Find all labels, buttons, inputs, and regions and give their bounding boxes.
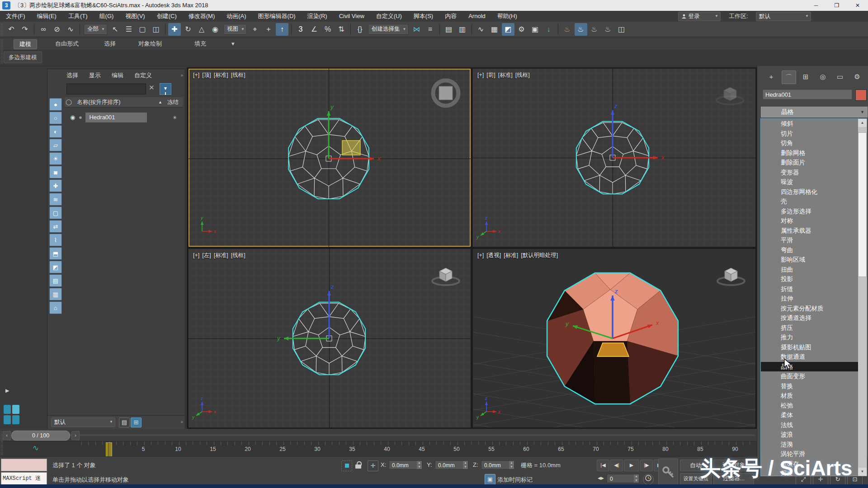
- viewport-label-token[interactable]: [默认明暗处理]: [521, 252, 558, 258]
- modifier-item[interactable]: 推力: [761, 333, 867, 343]
- viewport-label-token[interactable]: [标准]: [504, 252, 518, 258]
- track-bar-frame-marker[interactable]: [106, 442, 112, 457]
- goto-start-button[interactable]: |◀: [597, 460, 609, 471]
- spinner-snap-icon[interactable]: ⇅: [335, 23, 348, 36]
- select-link-icon[interactable]: ∞: [37, 23, 50, 36]
- modifier-item[interactable]: 删除网格: [761, 148, 867, 158]
- viewport-label-token[interactable]: [+]: [477, 72, 484, 78]
- play-button[interactable]: ▶: [624, 460, 639, 471]
- modifier-item[interactable]: 挤压: [761, 323, 867, 333]
- modifier-item[interactable]: 噪波: [761, 177, 867, 187]
- display-cameras-icon[interactable]: ◙: [49, 166, 62, 178]
- menu-item[interactable]: 渲染(R): [302, 11, 333, 22]
- keyboard-override-icon[interactable]: ↑: [276, 23, 288, 36]
- add-time-tag[interactable]: 添加时间标记: [497, 476, 533, 484]
- ref-coord-dropdown[interactable]: 视图▼: [223, 24, 247, 35]
- edit-selection-set-icon[interactable]: {}: [354, 23, 366, 36]
- undo-icon[interactable]: ↶: [5, 23, 18, 36]
- ribbon-tab-自由形式[interactable]: 自由形式: [50, 39, 84, 48]
- display-geometry-icon[interactable]: ◐: [49, 125, 62, 138]
- isolate-selection-icon[interactable]: [341, 460, 352, 471]
- render-setup-icon[interactable]: ⚙: [515, 23, 528, 36]
- viewport-label-token[interactable]: [线框]: [515, 72, 530, 78]
- scale-icon[interactable]: △: [195, 23, 208, 36]
- modifier-item[interactable]: 数据通道: [761, 352, 867, 362]
- placement-icon[interactable]: ◉: [209, 23, 222, 36]
- freeze-column-header[interactable]: 冻结: [167, 97, 179, 107]
- display-bones-icon[interactable]: ⌇: [49, 234, 62, 246]
- select-by-name-icon[interactable]: ☰: [123, 23, 135, 36]
- next-frame-arrow[interactable]: ›: [71, 431, 80, 440]
- modifier-item[interactable]: 曲面变形: [761, 371, 867, 381]
- layer-manager-icon[interactable]: ▤: [443, 23, 455, 36]
- motion-tab[interactable]: ◎: [816, 70, 830, 83]
- prev-frame-button[interactable]: ◀|: [610, 460, 623, 471]
- mirror-icon[interactable]: ⋈: [410, 23, 423, 36]
- percent-snap-icon[interactable]: %: [321, 23, 334, 36]
- select-object-icon[interactable]: ↖: [109, 23, 122, 36]
- modifier-item[interactable]: 替换: [761, 381, 867, 391]
- menu-item[interactable]: 视图(V): [119, 11, 151, 22]
- mini-curve-editor-icon[interactable]: ∿: [33, 443, 39, 453]
- window-crossing-icon[interactable]: ◫: [150, 23, 162, 36]
- x-coordinate-field[interactable]: 0.0mm▲▼: [389, 460, 422, 469]
- modifier-item[interactable]: 影响区域: [761, 255, 867, 265]
- display-containers-icon[interactable]: ⬒: [49, 247, 62, 260]
- display-page2-icon[interactable]: ▥: [49, 288, 62, 300]
- modifier-item[interactable]: 涟漪: [761, 440, 867, 450]
- angle-snap-icon[interactable]: ∠: [308, 23, 321, 36]
- activeshade-icon[interactable]: ♨: [588, 23, 601, 36]
- maximize-button[interactable]: ❐: [826, 0, 847, 11]
- render-production-icon[interactable]: ♨: [561, 23, 574, 36]
- utilities-tab[interactable]: ⚙: [850, 70, 864, 83]
- display-materials-icon[interactable]: ◩: [49, 261, 62, 273]
- viewport-label-token[interactable]: [透视]: [486, 252, 501, 258]
- viewport-layout-tabs-icon[interactable]: [4, 405, 19, 424]
- viewport-label-token[interactable]: [+]: [193, 72, 199, 78]
- scroll-up-icon[interactable]: ▲: [858, 119, 867, 127]
- menu-item[interactable]: 创建(C): [151, 11, 183, 22]
- explorer-menu-自定义[interactable]: 自定义: [129, 69, 157, 82]
- modifier-item[interactable]: 变形器: [761, 168, 867, 178]
- display-helpers-icon[interactable]: ✚: [49, 179, 62, 192]
- next-frame-button[interactable]: |▶: [640, 460, 653, 471]
- track-bar-ruler[interactable]: 051015202530354045505560657075808590: [81, 441, 758, 457]
- viewport-front[interactable]: [+][前][标准][线框] zxxzy: [473, 69, 755, 247]
- dropdown-scrollbar[interactable]: ▲ ▼: [858, 119, 867, 476]
- modifier-list-combo[interactable]: 晶格▼: [761, 107, 868, 117]
- menu-item[interactable]: 工具(T): [62, 11, 94, 22]
- macro-recorder-box[interactable]: [1, 459, 47, 471]
- time-tag-cube-icon[interactable]: ▣: [485, 474, 495, 485]
- viewport-left[interactable]: [+][左][标准][线框] zyxzy: [189, 249, 471, 427]
- explorer-column-header[interactable]: ◯ 名称(按升序排序) ▲ 冻结: [65, 97, 183, 108]
- manipulate-icon[interactable]: +: [262, 23, 275, 36]
- rotate-icon[interactable]: ↻: [182, 23, 194, 36]
- viewport-label-token[interactable]: [顶]: [202, 72, 211, 78]
- viewport-label-token[interactable]: [线框]: [231, 252, 245, 258]
- menu-item[interactable]: 编辑(E): [31, 11, 62, 22]
- ribbon-minimize-icon[interactable]: ▾: [226, 39, 240, 48]
- display-folder-icon[interactable]: ⌂: [49, 301, 62, 314]
- name-column-header[interactable]: 名称(按升序排序): [77, 99, 120, 105]
- menu-item[interactable]: 内容: [439, 11, 462, 22]
- time-slider-track[interactable]: [11, 434, 755, 436]
- display-shapes-icon[interactable]: ▱: [49, 139, 62, 151]
- display-groups-icon[interactable]: ▢: [49, 206, 62, 219]
- selection-filter-dropdown[interactable]: 全部▼: [84, 24, 107, 35]
- modifier-item[interactable]: 晶格: [761, 362, 867, 372]
- ribbon-tab-填充[interactable]: 填充: [189, 39, 212, 48]
- viewport-top-label[interactable]: [+][顶][标准][线框]: [193, 71, 248, 79]
- menu-item[interactable]: Civil View: [333, 11, 370, 22]
- move-icon[interactable]: ✚: [168, 23, 181, 36]
- snap-3d-icon[interactable]: 3: [294, 23, 307, 36]
- modifier-item[interactable]: 切角: [761, 138, 867, 148]
- viewport-label-token[interactable]: [标准]: [214, 72, 228, 78]
- object-name-field[interactable]: Hedra001: [763, 89, 852, 99]
- freeze-toggle-icon[interactable]: ✳: [173, 113, 177, 122]
- selection-lock-icon[interactable]: [355, 460, 365, 470]
- render-iterative-icon[interactable]: ♨: [575, 23, 587, 36]
- close-button[interactable]: ✕: [847, 0, 868, 11]
- named-selection-set-dropdown[interactable]: 创建选择集▼: [368, 24, 409, 35]
- filter-funnel-icon[interactable]: ▼: [160, 83, 171, 95]
- schematic-view-icon[interactable]: ▦: [488, 23, 501, 36]
